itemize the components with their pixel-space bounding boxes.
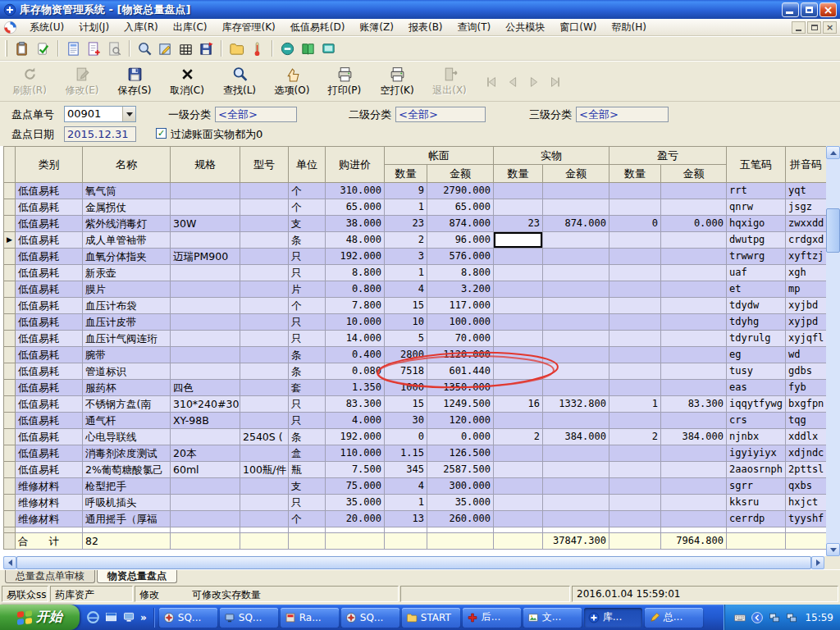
start-button[interactable]: 开始 [0, 605, 80, 630]
grid-cell[interactable] [543, 380, 609, 396]
taskbar-button[interactable]: Ra... [281, 608, 339, 628]
grid-cell[interactable]: 0.000 [427, 429, 494, 445]
menu-item[interactable]: 系统(U) [22, 19, 71, 36]
grid-cell[interactable]: 2 [385, 232, 427, 249]
grid-cell[interactable]: 只 [289, 331, 326, 347]
grid-cell[interactable]: 10.000 [326, 314, 385, 331]
menu-item[interactable]: 低值易耗(D) [283, 19, 353, 36]
grid-cell[interactable] [543, 314, 609, 331]
grid-cell[interactable]: 血压计气阀连珩 [83, 331, 171, 347]
grid-cell[interactable]: 0.800 [326, 281, 385, 298]
grid-cell[interactable]: 3 [385, 249, 427, 265]
grid-cell[interactable]: 只 [289, 396, 326, 413]
grid-cell[interactable]: 迈瑞PM900 [171, 249, 240, 265]
save-export-icon[interactable] [196, 39, 217, 59]
grid-cell[interactable] [494, 462, 543, 478]
grid-cell[interactable]: 低值易耗 [16, 445, 83, 462]
grid-cell[interactable] [240, 216, 289, 232]
menu-item[interactable]: 查询(T) [450, 19, 499, 36]
ie-icon[interactable] [86, 610, 100, 624]
grid-cell[interactable]: qnrw [727, 199, 786, 216]
grid-cell[interactable]: et [727, 281, 786, 298]
minimize-button[interactable] [782, 2, 799, 17]
grid-cell[interactable]: 个 [289, 298, 326, 314]
mdi-close-button[interactable]: × [823, 21, 837, 34]
grid-cell[interactable] [494, 347, 543, 363]
grid-cell[interactable]: 23 [385, 216, 427, 232]
grid-cell[interactable] [171, 265, 240, 281]
grid-cell[interactable]: 8.800 [326, 265, 385, 281]
grid-cell[interactable]: zwxxdd [786, 216, 827, 232]
row-selector[interactable] [4, 380, 16, 396]
grid-cell[interactable]: 通气杆 [83, 413, 171, 429]
pad-edit-icon[interactable] [155, 39, 176, 59]
grid-cell[interactable] [494, 249, 543, 265]
grid-cell[interactable]: 601.440 [427, 363, 494, 380]
grid-cell[interactable]: 个 [289, 183, 326, 199]
mdi-restore-button[interactable] [807, 21, 821, 34]
grid-cell[interactable]: 100瓶/件 [240, 462, 289, 478]
grid-cell[interactable]: trwwrg [727, 249, 786, 265]
grid-cell[interactable]: 874.000 [543, 216, 609, 232]
grid-cell[interactable]: 2587.500 [427, 462, 494, 478]
grid-cell[interactable] [494, 363, 543, 380]
grid-cell[interactable] [661, 281, 727, 298]
grid-cell[interactable]: 7518 [385, 363, 427, 380]
grid-cell[interactable]: 支 [289, 478, 326, 495]
tab-inactive[interactable]: 总量盘点单审核 [5, 570, 95, 583]
grid-cell[interactable] [661, 249, 727, 265]
grid-cell[interactable] [661, 445, 727, 462]
grid-cell[interactable] [240, 232, 289, 249]
grid-cell[interactable]: 维修材料 [16, 478, 83, 495]
grid-cell[interactable]: 35.000 [326, 495, 385, 511]
grid-cell[interactable]: 2800 [385, 347, 427, 363]
grid-cell[interactable]: njnbx [727, 429, 786, 445]
grid-cell[interactable]: 1 [385, 199, 427, 216]
grid-cell[interactable]: 只 [289, 495, 326, 511]
stop-icon[interactable] [277, 39, 298, 59]
grid-cell[interactable]: 48.000 [326, 232, 385, 249]
grid-cell[interactable]: 四色 [171, 380, 240, 396]
grid-cell[interactable]: 血压计皮带 [83, 314, 171, 331]
grid-cell[interactable]: 1 [385, 265, 427, 281]
horizontal-scrollbar[interactable] [3, 556, 824, 569]
grid-cell[interactable]: 个 [289, 199, 326, 216]
grid-cell[interactable]: 套 [289, 380, 326, 396]
grid-cell[interactable] [543, 413, 609, 429]
desktop-icon[interactable] [122, 610, 136, 624]
grid-cell[interactable] [661, 331, 727, 347]
combo-dropdown-icon[interactable] [122, 107, 135, 121]
grid-cell[interactable]: 384.000 [543, 429, 609, 445]
menu-item[interactable]: 库存管理(K) [215, 19, 283, 36]
grid-cell[interactable]: 低值易耗 [16, 363, 83, 380]
grid-cell[interactable]: 条 [289, 363, 326, 380]
grid-cell[interactable] [543, 347, 609, 363]
grid-cell[interactable]: 只 [289, 249, 326, 265]
grid-cell[interactable] [240, 495, 289, 511]
grid-cell[interactable]: 300.000 [427, 478, 494, 495]
grid-cell[interactable] [609, 347, 661, 363]
validate-icon[interactable] [33, 39, 53, 59]
grid-cell[interactable]: xyftzj [786, 249, 827, 265]
grid-cell[interactable] [609, 314, 661, 331]
menu-item[interactable]: 入库(R) [116, 19, 166, 36]
row-selector[interactable] [4, 265, 16, 281]
grid-cell[interactable]: 16 [494, 396, 543, 413]
grid-cell[interactable] [494, 478, 543, 495]
grid-cell[interactable] [609, 363, 661, 380]
menu-item[interactable]: 出库(C) [166, 19, 215, 36]
grid-cell[interactable]: uaf [727, 265, 786, 281]
grid-cell[interactable]: igyiyiyx [727, 445, 786, 462]
grid-cell[interactable]: 瓶 [289, 462, 326, 478]
grid-cell[interactable]: 65.000 [326, 199, 385, 216]
grid-cell[interactable]: 低值易耗 [16, 216, 83, 232]
grid-cell[interactable]: 条 [289, 429, 326, 445]
grid-cell[interactable] [543, 462, 609, 478]
grid-cell[interactable] [543, 511, 609, 527]
row-selector[interactable] [4, 314, 16, 331]
grid-cell[interactable]: 低值易耗 [16, 347, 83, 363]
grid-cell[interactable] [661, 347, 727, 363]
report-icon[interactable] [63, 39, 84, 59]
grid-cell[interactable] [494, 265, 543, 281]
grid-cell[interactable]: 1.15 [385, 445, 427, 462]
